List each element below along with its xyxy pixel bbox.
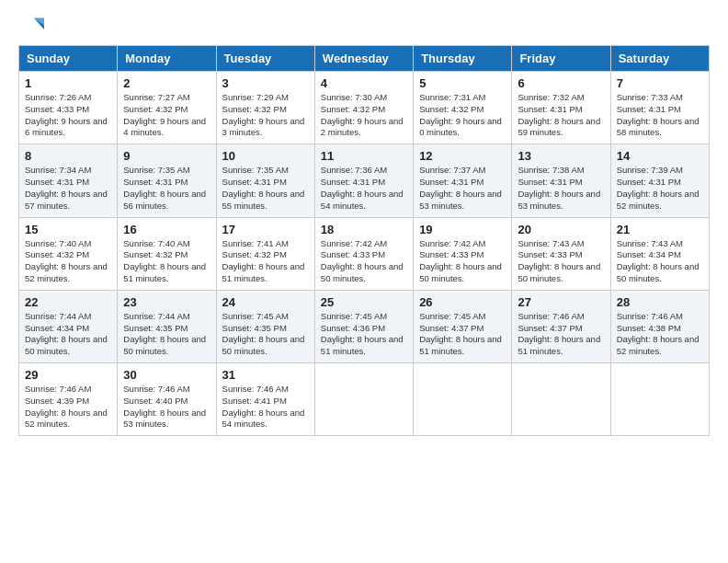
weekday-header: Saturday: [610, 46, 709, 72]
day-number: 7: [617, 76, 703, 90]
day-number: 10: [222, 149, 309, 163]
calendar-cell: 13Sunrise: 7:38 AM Sunset: 4:31 PM Dayli…: [512, 144, 610, 217]
day-info: Sunrise: 7:45 AM Sunset: 4:35 PM Dayligh…: [222, 311, 309, 358]
calendar-cell: 16Sunrise: 7:40 AM Sunset: 4:32 PM Dayli…: [118, 217, 216, 290]
day-number: 16: [123, 223, 210, 236]
calendar-cell: 5Sunrise: 7:31 AM Sunset: 4:32 PM Daylig…: [414, 72, 512, 144]
day-number: 18: [321, 223, 407, 236]
calendar-cell: 28Sunrise: 7:46 AM Sunset: 4:38 PM Dayli…: [610, 290, 709, 362]
calendar-cell: 18Sunrise: 7:42 AM Sunset: 4:33 PM Dayli…: [314, 217, 413, 290]
day-number: 29: [25, 368, 111, 382]
calendar-cell: 3Sunrise: 7:29 AM Sunset: 4:32 PM Daylig…: [216, 72, 314, 144]
calendar-cell: 12Sunrise: 7:37 AM Sunset: 4:31 PM Dayli…: [414, 144, 512, 217]
day-info: Sunrise: 7:40 AM Sunset: 4:32 PM Dayligh…: [25, 238, 111, 285]
calendar-cell: 29Sunrise: 7:46 AM Sunset: 4:39 PM Dayli…: [19, 363, 118, 436]
day-info: Sunrise: 7:46 AM Sunset: 4:39 PM Dayligh…: [25, 384, 111, 431]
day-info: Sunrise: 7:35 AM Sunset: 4:31 PM Dayligh…: [123, 165, 210, 212]
day-number: 8: [25, 149, 111, 163]
day-number: 28: [617, 295, 703, 309]
day-info: Sunrise: 7:45 AM Sunset: 4:36 PM Dayligh…: [321, 311, 407, 358]
day-info: Sunrise: 7:43 AM Sunset: 4:33 PM Dayligh…: [518, 238, 604, 285]
day-number: 25: [321, 295, 407, 309]
calendar-cell: 25Sunrise: 7:45 AM Sunset: 4:36 PM Dayli…: [314, 290, 413, 362]
calendar-cell: 11Sunrise: 7:36 AM Sunset: 4:31 PM Dayli…: [314, 144, 413, 217]
weekday-header: Wednesday: [314, 46, 413, 72]
day-info: Sunrise: 7:44 AM Sunset: 4:34 PM Dayligh…: [25, 311, 111, 358]
calendar-week-row: 8Sunrise: 7:34 AM Sunset: 4:31 PM Daylig…: [19, 144, 710, 217]
calendar-cell: 30Sunrise: 7:46 AM Sunset: 4:40 PM Dayli…: [118, 363, 216, 436]
svg-rect-0: [18, 14, 44, 40]
calendar-cell: 23Sunrise: 7:44 AM Sunset: 4:35 PM Dayli…: [118, 290, 216, 362]
day-info: Sunrise: 7:31 AM Sunset: 4:32 PM Dayligh…: [419, 92, 506, 139]
calendar-cell: [414, 363, 512, 436]
weekday-header: Thursday: [414, 46, 512, 72]
calendar-cell: 6Sunrise: 7:32 AM Sunset: 4:31 PM Daylig…: [512, 72, 610, 144]
calendar-cell: 31Sunrise: 7:46 AM Sunset: 4:41 PM Dayli…: [216, 363, 314, 436]
calendar-cell: 9Sunrise: 7:35 AM Sunset: 4:31 PM Daylig…: [118, 144, 216, 217]
day-info: Sunrise: 7:45 AM Sunset: 4:37 PM Dayligh…: [419, 311, 506, 358]
day-info: Sunrise: 7:39 AM Sunset: 4:31 PM Dayligh…: [617, 165, 703, 212]
day-info: Sunrise: 7:46 AM Sunset: 4:40 PM Dayligh…: [123, 384, 210, 431]
calendar-cell: 17Sunrise: 7:41 AM Sunset: 4:32 PM Dayli…: [216, 217, 314, 290]
day-number: 15: [25, 223, 111, 236]
calendar-cell: [314, 363, 413, 436]
calendar-cell: 2Sunrise: 7:27 AM Sunset: 4:32 PM Daylig…: [118, 72, 216, 144]
calendar-week-row: 22Sunrise: 7:44 AM Sunset: 4:34 PM Dayli…: [19, 290, 710, 362]
day-info: Sunrise: 7:27 AM Sunset: 4:32 PM Dayligh…: [123, 92, 210, 139]
day-info: Sunrise: 7:41 AM Sunset: 4:32 PM Dayligh…: [222, 238, 309, 285]
calendar-table: SundayMondayTuesdayWednesdayThursdayFrid…: [18, 45, 710, 436]
day-info: Sunrise: 7:34 AM Sunset: 4:31 PM Dayligh…: [25, 165, 111, 212]
weekday-header: Tuesday: [216, 46, 314, 72]
day-info: Sunrise: 7:42 AM Sunset: 4:33 PM Dayligh…: [321, 238, 407, 285]
calendar-cell: 20Sunrise: 7:43 AM Sunset: 4:33 PM Dayli…: [512, 217, 610, 290]
calendar-cell: 26Sunrise: 7:45 AM Sunset: 4:37 PM Dayli…: [414, 290, 512, 362]
day-number: 2: [123, 76, 210, 90]
day-info: Sunrise: 7:29 AM Sunset: 4:32 PM Dayligh…: [222, 92, 309, 139]
calendar-cell: 1Sunrise: 7:26 AM Sunset: 4:33 PM Daylig…: [19, 72, 118, 144]
calendar-cell: 14Sunrise: 7:39 AM Sunset: 4:31 PM Dayli…: [610, 144, 709, 217]
day-info: Sunrise: 7:46 AM Sunset: 4:41 PM Dayligh…: [222, 384, 309, 431]
day-number: 9: [123, 149, 210, 163]
day-number: 13: [518, 149, 604, 163]
day-info: Sunrise: 7:42 AM Sunset: 4:33 PM Dayligh…: [419, 238, 506, 285]
day-number: 19: [419, 223, 506, 236]
calendar-week-row: 29Sunrise: 7:46 AM Sunset: 4:39 PM Dayli…: [19, 363, 710, 436]
day-number: 1: [25, 76, 111, 90]
page: SundayMondayTuesdayWednesdayThursdayFrid…: [0, 0, 728, 563]
day-info: Sunrise: 7:26 AM Sunset: 4:33 PM Dayligh…: [25, 92, 111, 139]
day-number: 6: [518, 76, 604, 90]
day-info: Sunrise: 7:43 AM Sunset: 4:34 PM Dayligh…: [617, 238, 703, 285]
day-number: 30: [123, 368, 210, 382]
calendar-cell: 8Sunrise: 7:34 AM Sunset: 4:31 PM Daylig…: [19, 144, 118, 217]
day-number: 5: [419, 76, 506, 90]
day-number: 3: [222, 76, 309, 90]
day-info: Sunrise: 7:46 AM Sunset: 4:37 PM Dayligh…: [518, 311, 604, 358]
day-info: Sunrise: 7:38 AM Sunset: 4:31 PM Dayligh…: [518, 165, 604, 212]
day-number: 22: [25, 295, 111, 309]
calendar-week-row: 1Sunrise: 7:26 AM Sunset: 4:33 PM Daylig…: [19, 72, 710, 144]
day-number: 31: [222, 368, 309, 382]
day-number: 11: [321, 149, 407, 163]
logo: [18, 14, 48, 40]
day-info: Sunrise: 7:37 AM Sunset: 4:31 PM Dayligh…: [419, 165, 506, 212]
weekday-header: Sunday: [19, 46, 118, 72]
calendar-cell: 21Sunrise: 7:43 AM Sunset: 4:34 PM Dayli…: [610, 217, 709, 290]
day-number: 4: [321, 76, 407, 90]
day-info: Sunrise: 7:44 AM Sunset: 4:35 PM Dayligh…: [123, 311, 210, 358]
day-number: 23: [123, 295, 210, 309]
calendar-cell: 7Sunrise: 7:33 AM Sunset: 4:31 PM Daylig…: [610, 72, 709, 144]
day-number: 26: [419, 295, 506, 309]
calendar-cell: 10Sunrise: 7:35 AM Sunset: 4:31 PM Dayli…: [216, 144, 314, 217]
day-number: 20: [518, 223, 604, 236]
weekday-header: Friday: [512, 46, 610, 72]
calendar-header-row: SundayMondayTuesdayWednesdayThursdayFrid…: [19, 46, 710, 72]
day-info: Sunrise: 7:30 AM Sunset: 4:32 PM Dayligh…: [321, 92, 407, 139]
calendar-cell: 15Sunrise: 7:40 AM Sunset: 4:32 PM Dayli…: [19, 217, 118, 290]
day-number: 27: [518, 295, 604, 309]
day-info: Sunrise: 7:32 AM Sunset: 4:31 PM Dayligh…: [518, 92, 604, 139]
day-info: Sunrise: 7:40 AM Sunset: 4:32 PM Dayligh…: [123, 238, 210, 285]
calendar-cell: 24Sunrise: 7:45 AM Sunset: 4:35 PM Dayli…: [216, 290, 314, 362]
calendar-cell: [512, 363, 610, 436]
day-number: 24: [222, 295, 309, 309]
logo-icon: [18, 14, 44, 40]
